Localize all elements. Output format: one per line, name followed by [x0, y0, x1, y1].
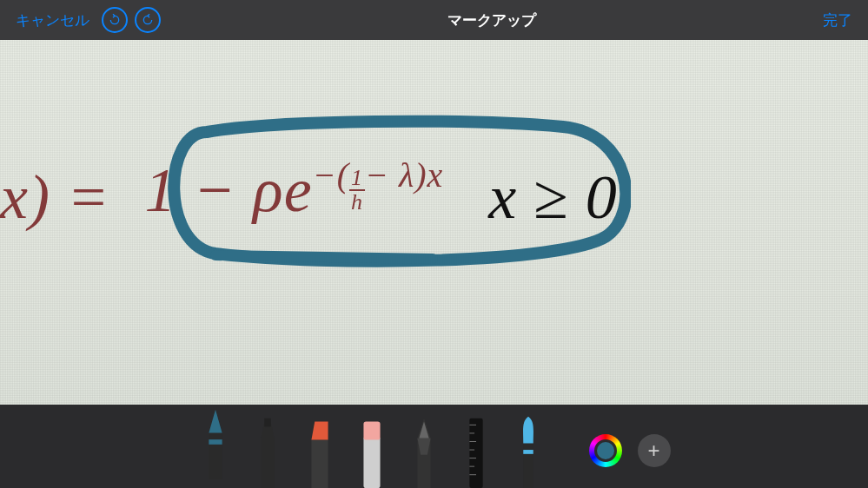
svg-rect-0: [209, 439, 222, 445]
formula-base: 1 − ρe: [145, 155, 313, 225]
ruler-icon: [459, 413, 494, 488]
plus-icon: +: [647, 439, 659, 463]
highlighter-icon: [302, 413, 337, 488]
header-left: キャンセル: [16, 7, 161, 33]
markup-header: キャンセル マークアップ 完了: [0, 0, 868, 40]
undo-redo-group: [102, 7, 161, 33]
undo-button[interactable]: [102, 7, 128, 33]
frac-num: 1: [349, 167, 365, 191]
exp-fraction: 1h: [349, 167, 365, 214]
tool-eraser[interactable]: [354, 413, 389, 488]
cond-op: ≥: [533, 162, 569, 232]
cancel-button[interactable]: キャンセル: [16, 10, 89, 30]
markup-toolbar: +: [0, 405, 868, 488]
done-button[interactable]: 完了: [823, 10, 852, 30]
color-picker-button[interactable]: [589, 434, 622, 467]
redo-icon: [141, 13, 155, 27]
exp-suffix: − λ)x: [365, 155, 443, 195]
svg-rect-1: [264, 419, 271, 427]
pencil-icon: [407, 413, 441, 488]
tool-brush[interactable]: [511, 413, 546, 488]
formula-lhs: x) =: [0, 162, 126, 234]
formula-condition: x ≥ 0: [462, 162, 617, 234]
svg-rect-3: [363, 422, 380, 440]
tool-marker[interactable]: [250, 413, 285, 488]
tool-pen[interactable]: [198, 405, 233, 479]
tool-pencil[interactable]: [407, 413, 441, 488]
svg-rect-12: [523, 450, 533, 454]
toolbar-extras: +: [589, 434, 671, 467]
markup-canvas[interactable]: x) = 1 − ρe−(1h− λ)x x ≥ 0: [0, 40, 868, 405]
tool-highlighter[interactable]: [302, 413, 337, 488]
marker-icon: [250, 413, 285, 488]
current-color-swatch: [594, 439, 617, 462]
formula-circled: 1 − ρe−(1h− λ)x: [126, 144, 463, 250]
cond-var: x: [488, 162, 517, 232]
undo-icon: [108, 13, 122, 27]
formula-exponent: −(1h− λ)x: [313, 155, 444, 195]
brush-icon: [511, 413, 546, 488]
add-button[interactable]: +: [638, 434, 671, 467]
redo-button[interactable]: [135, 7, 161, 33]
eraser-icon: [354, 413, 389, 488]
cond-val: 0: [586, 162, 618, 232]
tool-ruler[interactable]: [459, 413, 494, 488]
page-title: マークアップ: [447, 10, 536, 30]
frac-den: h: [351, 191, 363, 214]
svg-rect-4: [469, 419, 482, 488]
pen-icon: [198, 405, 233, 479]
exp-prefix: −(: [313, 155, 349, 195]
svg-rect-2: [363, 437, 380, 488]
formula-content: x) = 1 − ρe−(1h− λ)x x ≥ 0: [0, 144, 868, 250]
